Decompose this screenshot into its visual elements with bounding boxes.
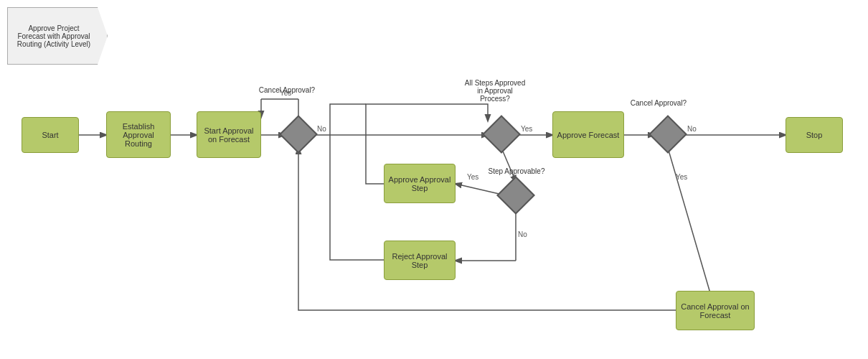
svg-text:Yes: Yes — [521, 125, 532, 133]
node-approve-forecast: Approve Forecast — [552, 111, 624, 158]
gateway-cancel-1-label: Cancel Approval? — [258, 86, 316, 94]
gateway-cancel-1 — [279, 115, 318, 154]
gateway-all-steps-label: All Steps Approved in Approval Process? — [463, 79, 527, 103]
gateway-cancel-2 — [648, 115, 687, 154]
node-stop: Stop — [786, 117, 843, 153]
svg-text:Yes: Yes — [467, 173, 478, 181]
gateway-all-steps — [482, 115, 521, 154]
diagram-container: Approve Project Forecast with Approval R… — [0, 0, 868, 359]
node-start-approval: Start Approval on Forecast — [197, 111, 261, 158]
header-label: Approve Project Forecast with Approval R… — [14, 24, 94, 48]
svg-line-8 — [456, 184, 502, 195]
gateway-step-approvable — [496, 176, 535, 215]
node-establish: Establish Approval Routing — [106, 111, 171, 158]
node-reject-step: Reject Approval Step — [384, 241, 456, 280]
svg-text:No: No — [317, 125, 326, 133]
svg-line-7 — [501, 148, 516, 182]
svg-text:Yes: Yes — [676, 173, 687, 181]
node-cancel-approval: Cancel Approval on Forecast — [676, 291, 755, 330]
node-approve-step: Approve Approval Step — [384, 164, 456, 203]
gateway-cancel-2-label: Cancel Approval? — [630, 99, 687, 107]
gateway-step-approvable-label: Step Approvable? — [488, 167, 545, 175]
svg-text:No: No — [518, 230, 527, 238]
svg-line-16 — [668, 148, 715, 310]
svg-text:No: No — [687, 125, 697, 133]
header-shape: Approve Project Forecast with Approval R… — [7, 7, 108, 65]
node-start: Start — [22, 117, 79, 153]
